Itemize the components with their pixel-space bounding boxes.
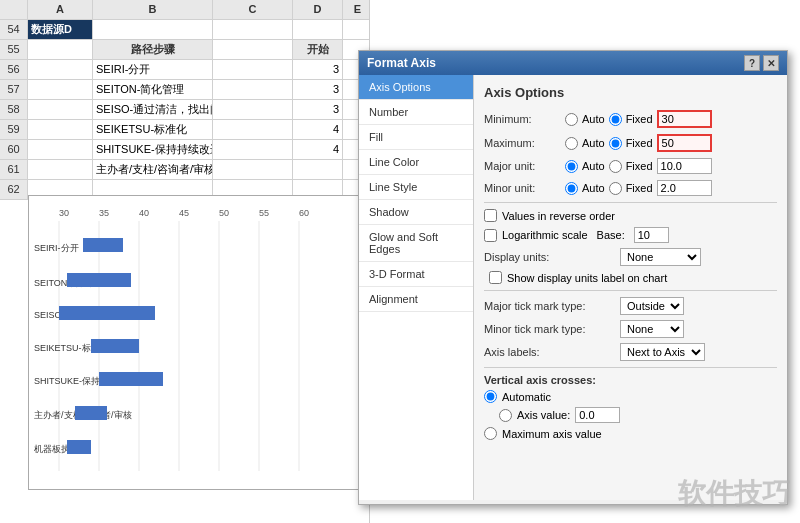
help-button[interactable]: ? bbox=[744, 55, 760, 71]
cell-56c[interactable] bbox=[213, 60, 293, 80]
axis-value-radio-row: Axis value: bbox=[484, 407, 777, 423]
cell-61a[interactable] bbox=[28, 160, 93, 180]
maximum-value-input[interactable] bbox=[657, 134, 712, 152]
major-unit-label: Major unit: bbox=[484, 160, 559, 172]
major-tick-select[interactable]: None Outside Inside Cross bbox=[620, 297, 684, 315]
svg-text:35: 35 bbox=[99, 208, 109, 218]
cell-60c[interactable] bbox=[213, 140, 293, 160]
cell-54c[interactable] bbox=[213, 20, 293, 40]
minor-unit-row: Minor unit: Auto Fixed bbox=[484, 180, 777, 196]
major-fixed-label: Fixed bbox=[626, 160, 653, 172]
cell-58a[interactable] bbox=[28, 100, 93, 120]
minor-fixed-radio[interactable] bbox=[609, 182, 622, 195]
cell-58c[interactable] bbox=[213, 100, 293, 120]
maximum-auto-radio[interactable] bbox=[565, 137, 578, 150]
table-row: 58 SEISO-通过清洁，找出问题 3 bbox=[0, 100, 369, 120]
corner-cell bbox=[0, 0, 28, 20]
cat-axis-options[interactable]: Axis Options bbox=[359, 75, 473, 100]
close-button[interactable]: ✕ bbox=[763, 55, 779, 71]
svg-rect-27 bbox=[67, 440, 91, 454]
cat-fill[interactable]: Fill bbox=[359, 125, 473, 150]
cell-61d[interactable] bbox=[293, 160, 343, 180]
minimum-value-input[interactable] bbox=[657, 110, 712, 128]
cat-shadow[interactable]: Shadow bbox=[359, 200, 473, 225]
axis-labels-select[interactable]: None Next to Axis High Low bbox=[620, 343, 705, 361]
panel-title: Axis Options bbox=[484, 85, 777, 100]
axis-value-input[interactable] bbox=[575, 407, 620, 423]
table-row: 61 主办者/支柱/咨询者/审核 bbox=[0, 160, 369, 180]
minor-tick-select[interactable]: None Inside Outside bbox=[620, 320, 684, 338]
cat-alignment[interactable]: Alignment bbox=[359, 287, 473, 312]
cell-61b[interactable]: 主办者/支柱/咨询者/审核 bbox=[93, 160, 213, 180]
cell-55c[interactable] bbox=[213, 40, 293, 60]
vc-axis-value-radio[interactable] bbox=[499, 409, 512, 422]
dialog-body: Axis Options Number Fill Line Color Line… bbox=[359, 75, 787, 500]
log-scale-checkbox[interactable] bbox=[484, 229, 497, 242]
cell-60b[interactable]: SHITSUKE-保持持续改进 bbox=[93, 140, 213, 160]
cell-55a[interactable] bbox=[28, 40, 93, 60]
dialog-categories: Axis Options Number Fill Line Color Line… bbox=[359, 75, 474, 500]
cell-56b[interactable]: SEIRI-分开 bbox=[93, 60, 213, 80]
cell-54a[interactable]: 数据源D bbox=[28, 20, 93, 40]
row-num: 58 bbox=[0, 100, 28, 120]
cell-58b[interactable]: SEISO-通过清洁，找出问题 bbox=[93, 100, 213, 120]
show-units-label: Show display units label on chart bbox=[507, 272, 667, 284]
cell-54e[interactable] bbox=[343, 20, 370, 40]
cell-55b[interactable]: 路径步骤 bbox=[93, 40, 213, 60]
cat-line-color[interactable]: Line Color bbox=[359, 150, 473, 175]
row-num: 60 bbox=[0, 140, 28, 160]
cell-59d[interactable]: 4 bbox=[293, 120, 343, 140]
cell-55d[interactable]: 开始 bbox=[293, 40, 343, 60]
vc-max-radio[interactable] bbox=[484, 427, 497, 440]
minor-auto-radio[interactable] bbox=[565, 182, 578, 195]
cell-59b[interactable]: SEIKETSU-标准化 bbox=[93, 120, 213, 140]
cell-57b[interactable]: SEITON-简化管理 bbox=[93, 80, 213, 100]
cell-60a[interactable] bbox=[28, 140, 93, 160]
cell-54b[interactable] bbox=[93, 20, 213, 40]
major-fixed-radio[interactable] bbox=[609, 160, 622, 173]
maximum-row: Maximum: Auto Fixed bbox=[484, 134, 777, 152]
cell-59a[interactable] bbox=[28, 120, 93, 140]
cat-line-style[interactable]: Line Style bbox=[359, 175, 473, 200]
minimum-auto-radio[interactable] bbox=[565, 113, 578, 126]
cell-56a[interactable] bbox=[28, 60, 93, 80]
cell-57a[interactable] bbox=[28, 80, 93, 100]
cell-57d[interactable]: 3 bbox=[293, 80, 343, 100]
svg-text:30: 30 bbox=[59, 208, 69, 218]
svg-text:55: 55 bbox=[259, 208, 269, 218]
show-units-checkbox[interactable] bbox=[489, 271, 502, 284]
cell-57c[interactable] bbox=[213, 80, 293, 100]
reverse-order-checkbox[interactable] bbox=[484, 209, 497, 222]
table-row: 57 SEITON-简化管理 3 bbox=[0, 80, 369, 100]
maximum-fixed-radio[interactable] bbox=[609, 137, 622, 150]
cell-59c[interactable] bbox=[213, 120, 293, 140]
dialog-titlebar: Format Axis ? ✕ bbox=[359, 51, 787, 75]
display-units-row: Display units: None Hundreds Thousands bbox=[484, 248, 777, 266]
minimum-fixed-radio[interactable] bbox=[609, 113, 622, 126]
minor-value-input[interactable] bbox=[657, 180, 712, 196]
major-unit-radio-group: Auto Fixed bbox=[565, 158, 712, 174]
svg-rect-22 bbox=[67, 273, 131, 287]
base-value-input[interactable] bbox=[634, 227, 669, 243]
automatic-radio-row: Automatic bbox=[484, 390, 777, 403]
vc-automatic-radio[interactable] bbox=[484, 390, 497, 403]
svg-text:60: 60 bbox=[299, 208, 309, 218]
maximum-radio-group: Auto Fixed bbox=[565, 134, 712, 152]
minor-fixed-label: Fixed bbox=[626, 182, 653, 194]
row-num: 61 bbox=[0, 160, 28, 180]
display-units-select[interactable]: None Hundreds Thousands bbox=[620, 248, 701, 266]
cat-number[interactable]: Number bbox=[359, 100, 473, 125]
excel-window: A B C D E 54 数据源D 55 路径步骤 开始 56 bbox=[0, 0, 800, 523]
table-row: 54 数据源D bbox=[0, 20, 369, 40]
major-value-input[interactable] bbox=[657, 158, 712, 174]
col-d-header: D bbox=[293, 0, 343, 20]
display-units-label: Display units: bbox=[484, 251, 614, 263]
major-auto-radio[interactable] bbox=[565, 160, 578, 173]
cell-56d[interactable]: 3 bbox=[293, 60, 343, 80]
cell-60d[interactable]: 4 bbox=[293, 140, 343, 160]
cat-3d[interactable]: 3-D Format bbox=[359, 262, 473, 287]
cell-54d[interactable] bbox=[293, 20, 343, 40]
cell-61c[interactable] bbox=[213, 160, 293, 180]
cat-glow[interactable]: Glow and Soft Edges bbox=[359, 225, 473, 262]
cell-58d[interactable]: 3 bbox=[293, 100, 343, 120]
